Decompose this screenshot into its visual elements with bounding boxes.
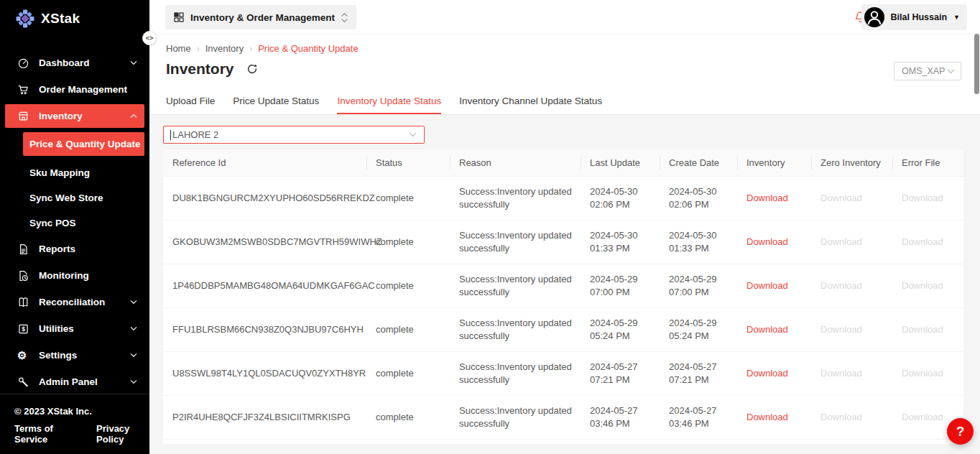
cell-last-update: 2024-05-3002:06 PM [581,185,660,211]
vertical-scrollbar-thumb[interactable] [974,34,979,94]
error-file-download-link: Download [902,324,943,335]
tab-upload-file[interactable]: Upload File [166,88,215,114]
sidebar-item-utilities[interactable]: $ Utilities [0,315,149,342]
main-area: Inventory & Order Management Bilal Hussa… [149,0,980,454]
app-switcher-button[interactable]: Inventory & Order Management [165,5,356,29]
cell-last-update: 2024-05-2707:21 PM [581,361,660,386]
last-update-date: 2024-05-30 [590,185,660,198]
zero-inventory-download-link: Download [820,368,862,379]
user-menu[interactable]: Bilal Hussain ▼ [861,4,967,30]
last-update-date: 2024-05-27 [590,361,660,374]
store-icon [17,111,29,122]
create-date-date: 2024-05-27 [669,361,737,374]
refresh-icon[interactable] [246,63,258,75]
create-date-time: 07:00 PM [669,286,737,299]
column-header-zero-inventory: Zero Inventory [811,157,892,168]
inventory-download-link[interactable]: Download [746,193,788,203]
inventory-download-link[interactable]: Download [746,368,788,379]
zero-inventory-download-link: Download [820,193,862,203]
cell-status: complete [366,323,450,336]
sidebar-subitem-sync-pos[interactable]: Sync POS [0,210,149,236]
sidebar-subitem-sync-web-store[interactable]: Sync Web Store [0,185,149,210]
breadcrumb-home[interactable]: Home [166,43,191,54]
sidebar-subitem-price-quantity-update[interactable]: Price & Quantity Update [23,132,144,156]
cell-create-date: 2024-05-2905:24 PM [660,317,737,343]
sidebar-item-label: Reports [39,244,75,254]
sidebar-item-reports[interactable]: Reports [0,236,149,262]
content-section: LAHORE 2 Reference Id Status Reason Last… [149,115,980,454]
cell-create-date: 2024-05-2703:46 PM [660,404,737,430]
create-date-date: 2024-05-29 [669,317,737,330]
tab-inventory-channel-update-status[interactable]: Inventory Channel Update Status [459,88,602,114]
sidebar-item-reconciliation[interactable]: Reconciliation [0,289,149,315]
table-row: 1P46DDBP5MAMBG48OMA64UDMKGAF6GAC complet… [163,264,963,308]
column-header-status: Status [366,157,450,168]
location-filter-select[interactable]: LAHORE 2 [163,126,425,144]
cell-inventory: Download [737,192,811,205]
error-file-download-link: Download [902,412,943,422]
chevron-down-icon [130,353,137,358]
privacy-policy-link[interactable]: Privacy Policy [96,423,149,445]
sidebar-item-label: Admin Panel [39,376,98,387]
top-header: Inventory & Order Management Bilal Hussa… [149,0,980,34]
cell-reason: Success:Inventory updated successfully [450,317,581,343]
cell-create-date: 2024-05-3001:33 PM [660,229,737,255]
chevron-down-icon [409,132,417,137]
breadcrumb-inventory[interactable]: Inventory [205,43,244,54]
sidebar-collapse-button[interactable]: <> [142,31,157,45]
brand-name: XStak [41,11,80,27]
cell-zero-inventory: Download [811,236,892,249]
grid-icon [174,12,184,22]
zero-inventory-download-link: Download [820,280,862,291]
sidebar-subitem-label: Sync Web Store [29,193,103,203]
column-header-reference-id: Reference Id [163,157,366,168]
brand-logo[interactable]: XStak [0,0,149,28]
sidebar-subitem-sku-mapping[interactable]: Sku Mapping [0,160,149,185]
tab-price-update-status[interactable]: Price Update Status [233,88,319,114]
cell-reason: Success:Inventory updated successfully [450,273,581,299]
inventory-download-link[interactable]: Download [746,280,788,291]
environment-select[interactable]: OMS_XAP [894,62,961,80]
avatar [864,7,884,27]
sidebar-item-label: Inventory [39,111,83,121]
cell-reference-id: DU8K1BGNGURCM2XYUPHO60SD56RREKDZ [163,192,366,205]
terms-of-service-link[interactable]: Terms of Service [14,423,77,445]
cell-status: complete [366,411,450,424]
zero-inventory-download-link: Download [820,412,862,422]
inventory-download-link[interactable]: Download [746,412,788,422]
sidebar-item-admin-panel[interactable]: Admin Panel [0,369,149,395]
cell-zero-inventory: Download [811,279,892,292]
last-update-time: 02:06 PM [590,198,660,211]
column-header-error-file: Error File [892,157,963,168]
cell-reason: Success:Inventory updated successfully [450,361,581,386]
sidebar-item-label: Order Management [39,84,127,95]
error-file-download-link: Download [902,193,943,203]
environment-select-value: OMS_XAP [902,66,945,76]
swap-vertical-icon [341,12,348,23]
last-update-time: 07:00 PM [590,286,660,299]
table-row: P2IR4UHE8QCFJF3Z4LBSICIITMRKISPG complet… [163,396,963,440]
cell-inventory: Download [737,323,811,336]
sidebar: XStak Dashboard Order Management Invento… [0,0,149,454]
app-switcher-label: Inventory & Order Management [190,12,335,23]
chevron-down-icon [947,69,955,74]
xstak-logo-icon [16,9,34,28]
sidebar-item-monitoring[interactable]: Monitoring [0,262,149,289]
cell-create-date: 2024-05-3002:06 PM [660,185,737,211]
tab-inventory-update-status[interactable]: Inventory Update Status [337,88,441,114]
table-row: FFU1BLRSBM66CN938Z0Q3NJBU97C6HYH complet… [163,308,963,352]
cell-error-file: Download [892,192,963,205]
inventory-download-link[interactable]: Download [746,236,788,247]
sidebar-item-order-management[interactable]: Order Management [0,76,149,103]
ledger-icon [17,297,29,308]
sidebar-item-settings[interactable]: ⚙ Settings [0,342,149,369]
help-button[interactable]: ? [947,418,974,445]
inventory-download-link[interactable]: Download [746,324,788,335]
error-file-download-link: Download [902,280,943,291]
create-date-time: 01:33 PM [669,242,737,255]
zero-inventory-download-link: Download [820,236,862,247]
sidebar-item-inventory[interactable]: Inventory [5,104,144,128]
breadcrumb-current: Price & Quantity Update [258,43,358,54]
cell-error-file: Download [892,279,963,292]
sidebar-item-dashboard[interactable]: Dashboard [0,50,149,76]
